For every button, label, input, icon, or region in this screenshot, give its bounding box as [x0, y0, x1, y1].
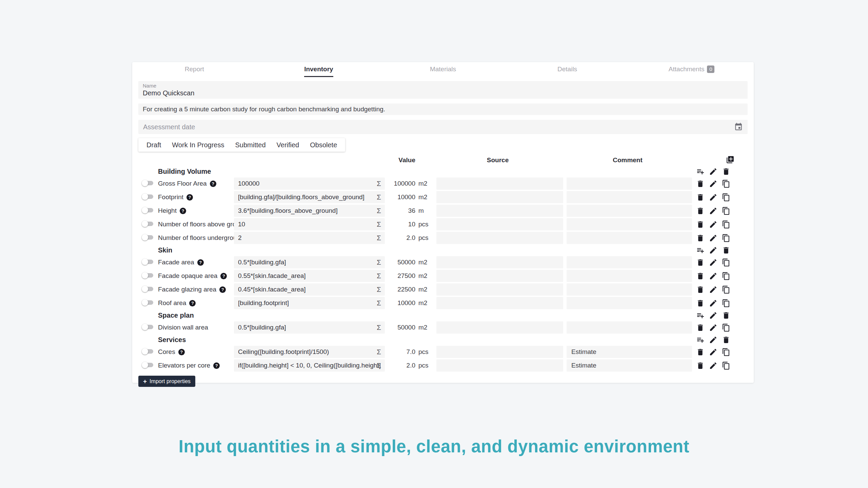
delete-icon[interactable]: [696, 207, 705, 215]
formula-input[interactable]: 10 Σ: [234, 218, 385, 230]
delete-icon[interactable]: [696, 234, 705, 242]
tab-details[interactable]: Details: [505, 65, 630, 77]
delete-icon[interactable]: [696, 258, 705, 267]
edit-icon[interactable]: [709, 323, 717, 332]
help-icon[interactable]: ?: [189, 300, 196, 306]
copy-icon[interactable]: [722, 258, 730, 267]
comment-input[interactable]: [567, 218, 692, 230]
toggle-switch[interactable]: [142, 221, 153, 227]
sigma-icon[interactable]: Σ: [377, 234, 381, 242]
formula-input[interactable]: 0.5*[building.gfa] Σ: [234, 256, 385, 268]
toggle-switch[interactable]: [142, 180, 153, 186]
edit-icon[interactable]: [709, 220, 717, 229]
copy-icon[interactable]: [722, 207, 730, 215]
toggle-switch[interactable]: [142, 348, 153, 355]
source-input[interactable]: [436, 297, 563, 309]
delete-icon[interactable]: [696, 361, 705, 370]
source-input[interactable]: [436, 270, 563, 282]
toggle-switch[interactable]: [142, 207, 153, 213]
import-properties-button[interactable]: + Import properties: [138, 376, 195, 387]
edit-icon[interactable]: [709, 336, 717, 344]
delete-icon[interactable]: [696, 220, 705, 229]
status-tab-draft[interactable]: Draft: [141, 141, 166, 149]
edit-icon[interactable]: [709, 272, 717, 280]
toggle-switch[interactable]: [142, 259, 153, 265]
copy-icon[interactable]: [722, 180, 730, 188]
source-input[interactable]: [436, 205, 563, 217]
delete-icon[interactable]: [696, 323, 705, 332]
help-icon[interactable]: ?: [219, 286, 226, 293]
copy-icon[interactable]: [722, 285, 730, 294]
help-icon[interactable]: ?: [197, 259, 204, 266]
toggle-switch[interactable]: [142, 286, 153, 292]
copy-icon[interactable]: [722, 299, 730, 307]
sigma-icon[interactable]: Σ: [377, 299, 381, 307]
toggle-switch[interactable]: [142, 193, 153, 200]
source-input[interactable]: [436, 256, 563, 268]
edit-icon[interactable]: [709, 207, 717, 215]
sigma-icon[interactable]: Σ: [377, 285, 381, 294]
toggle-switch[interactable]: [142, 272, 153, 279]
edit-icon[interactable]: [709, 180, 717, 188]
source-input[interactable]: [436, 177, 563, 190]
source-input[interactable]: [436, 346, 563, 358]
comment-input[interactable]: Estimate: [567, 359, 692, 372]
copy-icon[interactable]: [722, 193, 730, 202]
source-input[interactable]: [436, 359, 563, 372]
formula-input[interactable]: 0.5*[building.gfa] Σ: [234, 321, 385, 334]
status-tab-work-in-progress[interactable]: Work In Progress: [166, 141, 230, 149]
tab-inventory[interactable]: Inventory: [257, 65, 381, 77]
help-icon[interactable]: ?: [178, 349, 185, 355]
formula-input[interactable]: 0.55*[skin.facade_area] Σ: [234, 270, 385, 282]
comment-input[interactable]: [567, 283, 692, 296]
edit-icon[interactable]: [709, 193, 717, 202]
formula-input[interactable]: 100000 Σ: [234, 177, 385, 190]
edit-icon[interactable]: [709, 285, 717, 294]
delete-icon[interactable]: [696, 193, 705, 202]
edit-icon[interactable]: [709, 246, 717, 255]
edit-icon[interactable]: [709, 348, 717, 356]
source-input[interactable]: [436, 191, 563, 203]
comment-input[interactable]: [567, 177, 692, 190]
delete-icon[interactable]: [696, 285, 705, 294]
copy-icon[interactable]: [722, 272, 730, 280]
comment-input[interactable]: [567, 270, 692, 282]
add-property-icon[interactable]: [696, 311, 705, 320]
help-icon[interactable]: ?: [180, 208, 186, 214]
formula-input[interactable]: [building.footprint] Σ: [234, 297, 385, 309]
comment-input[interactable]: [567, 232, 692, 244]
name-field[interactable]: Name Demo Quickscan: [138, 81, 748, 99]
add-property-icon[interactable]: [696, 246, 705, 255]
comment-input[interactable]: [567, 297, 692, 309]
edit-icon[interactable]: [709, 167, 717, 176]
copy-icon[interactable]: [722, 361, 730, 370]
help-icon[interactable]: ?: [220, 273, 227, 279]
formula-input[interactable]: 0.45*[skin.facade_area] Σ: [234, 283, 385, 296]
help-icon[interactable]: ?: [210, 181, 216, 187]
copy-icon[interactable]: [722, 348, 730, 356]
sigma-icon[interactable]: Σ: [377, 193, 381, 201]
copy-icon[interactable]: [722, 220, 730, 229]
delete-icon[interactable]: [696, 299, 705, 307]
edit-icon[interactable]: [709, 258, 717, 267]
source-input[interactable]: [436, 218, 563, 230]
delete-icon[interactable]: [696, 180, 705, 188]
copy-icon[interactable]: [722, 323, 730, 332]
toggle-switch[interactable]: [142, 299, 153, 306]
calendar-icon[interactable]: [734, 123, 743, 131]
status-tab-obsolete[interactable]: Obsolete: [304, 141, 342, 149]
delete-icon[interactable]: [722, 246, 730, 255]
assessment-date-field[interactable]: Assessment date: [138, 120, 748, 134]
sigma-icon[interactable]: Σ: [377, 272, 381, 280]
comment-input[interactable]: [567, 205, 692, 217]
edit-icon[interactable]: [709, 299, 717, 307]
sigma-icon[interactable]: Σ: [377, 323, 381, 332]
source-input[interactable]: [436, 283, 563, 296]
formula-input[interactable]: if([building.height] < 10, 0, Ceiling([b…: [234, 359, 385, 372]
comment-input[interactable]: [567, 191, 692, 203]
status-tab-verified[interactable]: Verified: [271, 141, 305, 149]
source-input[interactable]: [436, 232, 563, 244]
comment-input[interactable]: [567, 256, 692, 268]
formula-input[interactable]: 2 Σ: [234, 232, 385, 244]
edit-icon[interactable]: [709, 234, 717, 242]
